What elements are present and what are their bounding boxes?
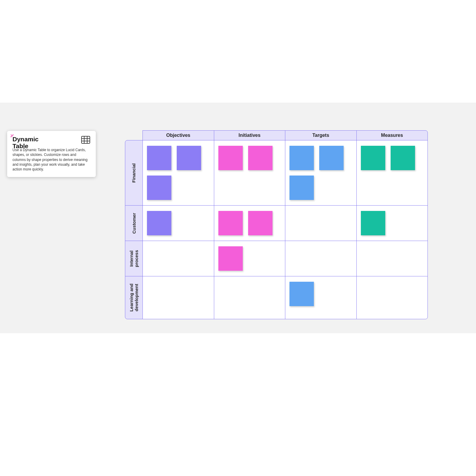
col-header-objectives[interactable]: Objectives	[143, 130, 214, 140]
cell[interactable]	[214, 205, 286, 241]
header-spacer	[125, 130, 143, 140]
info-card-header: Dynamic Table	[12, 136, 90, 149]
info-title: Dynamic Table	[12, 136, 48, 149]
table-body: FinancialCustomerInternalprocessLearning…	[125, 140, 428, 319]
sticky-note[interactable]	[248, 211, 273, 235]
sticky-note[interactable]	[218, 146, 243, 170]
cell[interactable]	[214, 276, 286, 319]
cell[interactable]	[143, 205, 214, 241]
sticky-note[interactable]	[147, 146, 171, 170]
row-header-label: Financial	[131, 163, 137, 182]
cell[interactable]	[285, 241, 357, 276]
sticky-note[interactable]	[218, 211, 243, 235]
sticky-note[interactable]	[361, 211, 385, 235]
spark-icon	[10, 134, 15, 139]
row-header-financial[interactable]: Financial	[125, 140, 143, 206]
grid-icon	[81, 136, 90, 144]
cell[interactable]	[285, 205, 357, 241]
cell[interactable]	[356, 140, 428, 206]
info-description: Use a Dynamic Table to organize Lucid Ca…	[12, 148, 90, 172]
sticky-note[interactable]	[361, 146, 385, 170]
cell[interactable]	[214, 140, 286, 206]
svg-line-1	[13, 134, 13, 136]
sticky-note[interactable]	[391, 146, 415, 170]
sticky-note[interactable]	[177, 146, 201, 170]
col-header-initiatives[interactable]: Initiatives	[214, 130, 286, 140]
dynamic-table[interactable]: Objectives Initiatives Targets Measures …	[125, 130, 428, 319]
info-card: Dynamic Table Use a Dynamic Table to org…	[7, 131, 96, 177]
col-header-measures[interactable]: Measures	[356, 130, 428, 140]
svg-line-0	[11, 135, 12, 136]
row-header-label: Internalprocess	[129, 250, 139, 267]
sticky-note[interactable]	[289, 176, 314, 200]
cell[interactable]	[285, 276, 357, 319]
sticky-note[interactable]	[248, 146, 273, 170]
sticky-note[interactable]	[289, 146, 314, 170]
cell[interactable]	[356, 241, 428, 276]
col-header-targets[interactable]: Targets	[285, 130, 357, 140]
cell[interactable]	[143, 140, 214, 206]
row-header-label: Learning anddevelopment	[129, 284, 139, 311]
svg-rect-3	[82, 136, 90, 143]
cell[interactable]	[356, 205, 428, 241]
cell[interactable]	[143, 241, 214, 276]
sticky-note[interactable]	[147, 211, 171, 235]
row-header-customer[interactable]: Customer	[125, 205, 143, 241]
cell[interactable]	[285, 140, 357, 206]
sticky-note[interactable]	[319, 146, 344, 170]
row-header-label: Customer	[131, 213, 137, 234]
row-header-learning-and-development[interactable]: Learning anddevelopment	[125, 276, 143, 319]
column-headers: Objectives Initiatives Targets Measures	[125, 130, 428, 140]
svg-line-2	[11, 137, 12, 137]
sticky-note[interactable]	[218, 246, 243, 271]
cell[interactable]	[356, 276, 428, 319]
cell[interactable]	[143, 276, 214, 319]
cell[interactable]	[214, 241, 286, 276]
row-header-internal-process[interactable]: Internalprocess	[125, 241, 143, 276]
sticky-note[interactable]	[147, 176, 171, 200]
sticky-note[interactable]	[289, 282, 314, 306]
